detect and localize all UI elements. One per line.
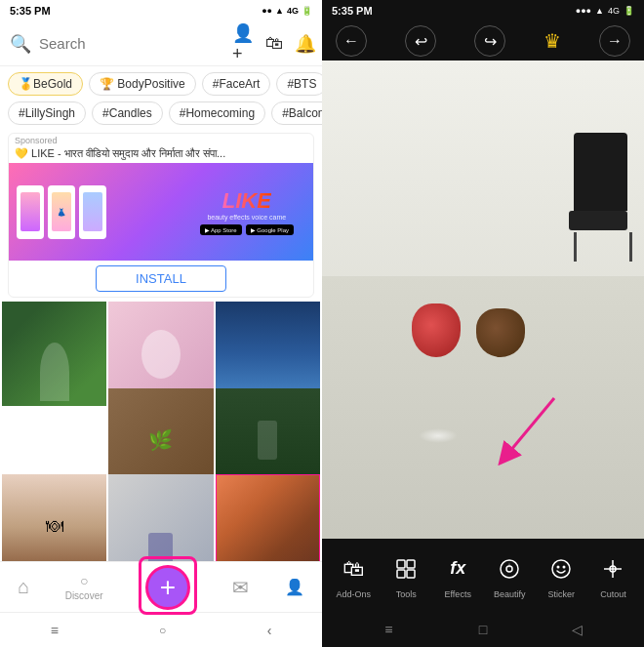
sticker-label: Sticker xyxy=(548,589,576,599)
add-user-icon[interactable]: 👤+ xyxy=(232,22,254,64)
hashtag-chip[interactable]: #FaceArt xyxy=(202,72,271,96)
effects-label: Effects xyxy=(445,589,471,599)
tools-icon xyxy=(389,552,423,586)
chair-back xyxy=(574,133,627,211)
tool-tools[interactable]: Tools xyxy=(389,552,423,599)
main-photo-area xyxy=(322,61,644,539)
chair-leg xyxy=(574,232,577,262)
beautify-icon xyxy=(493,552,526,586)
phone-mock xyxy=(79,185,106,239)
addons-icon: 🛍 xyxy=(337,552,370,586)
svg-rect-2 xyxy=(407,560,415,568)
svg-line-0 xyxy=(505,398,554,457)
back-btn[interactable]: ‹ xyxy=(267,623,272,638)
ad-image: 👗 LIKE beauty effects voice came ▶ App S… xyxy=(9,163,313,261)
right-system-nav: ≡ □ ◁ xyxy=(322,612,644,647)
cutout-icon xyxy=(596,552,629,586)
tool-addons[interactable]: 🛍 Add-Ons xyxy=(337,552,372,599)
office-chair xyxy=(569,133,637,260)
discover-label: Discover xyxy=(65,590,103,601)
add-button-area: + xyxy=(139,562,197,613)
hashtag-chip[interactable]: #Homecoming xyxy=(169,101,265,125)
svg-point-7 xyxy=(552,560,570,578)
svg-rect-4 xyxy=(407,570,415,578)
chair-leg xyxy=(629,232,632,262)
sticker-icon xyxy=(544,552,578,586)
nav-discover[interactable]: ○ Discover xyxy=(65,573,103,601)
search-actions: 👤+ 🛍 🔔 xyxy=(232,22,316,64)
tool-sticker[interactable]: Sticker xyxy=(544,552,578,599)
chair-legs xyxy=(569,232,637,262)
home-button[interactable]: □ xyxy=(472,619,494,640)
left-system-nav: ≡ ○ ‹ xyxy=(0,612,322,647)
right-panel: 5:35 PM ●●● ▲ 4G 🔋 ← ↩ ↪ ♛ → xyxy=(322,0,644,647)
right-status-time: 5:35 PM xyxy=(332,5,373,17)
tool-cutout[interactable]: Cutout xyxy=(596,552,629,599)
hashtag-chip[interactable]: #Candles xyxy=(92,101,163,125)
addons-label: Add-Ons xyxy=(337,589,372,599)
left-panel: 5:35 PM ●● ▲ 4G 🔋 🔍 👤+ 🛍 🔔 🥇BeGold 🏆 Bod… xyxy=(0,0,322,647)
home-btn[interactable]: ○ xyxy=(159,624,166,637)
hashtag-chip[interactable]: 🏆 BodyPositive xyxy=(89,72,196,96)
menu-button[interactable]: ≡ xyxy=(378,619,399,640)
ad-phones: 👗 xyxy=(17,185,106,239)
cutout-label: Cutout xyxy=(600,589,626,599)
hashtag-row-1: 🥇BeGold 🏆 BodyPositive #FaceArt #BTS #..… xyxy=(0,66,322,101)
photo-cell[interactable]: 🍽 xyxy=(2,474,106,561)
nav-messages[interactable]: ✉ xyxy=(232,576,249,599)
right-status-bar: 5:35 PM ●●● ▲ 4G 🔋 xyxy=(322,0,644,21)
undo-button[interactable]: ↩ xyxy=(405,25,436,57)
status-time: 5:35 PM xyxy=(10,5,51,17)
phone-mock: 👗 xyxy=(48,185,75,239)
tools-label: Tools xyxy=(396,589,417,599)
messages-icon: ✉ xyxy=(232,576,249,599)
photo-cell[interactable] xyxy=(108,474,213,561)
ad-banner: Sponsored 💛 LIKE - भारत वीडियो समुदाय और… xyxy=(8,133,314,298)
nav-home[interactable]: ⌂ xyxy=(18,576,29,598)
room-scene xyxy=(322,61,644,539)
floor-reflection xyxy=(419,428,458,443)
hashtag-chip[interactable]: #BTS xyxy=(276,72,322,96)
hashtag-row-2: #LillySingh #Candles #Homecoming #Balcon… xyxy=(0,101,322,131)
chair-seat xyxy=(569,211,627,230)
add-button[interactable]: + xyxy=(145,565,190,610)
nav-profile[interactable]: 👤 xyxy=(285,578,304,596)
install-button[interactable]: INSTALL xyxy=(96,265,226,292)
ad-label: Sponsored xyxy=(9,134,313,147)
notification-icon[interactable]: 🔔 xyxy=(295,33,316,55)
forward-arrow-button[interactable]: → xyxy=(599,25,630,57)
photo-cell[interactable] xyxy=(2,302,106,406)
search-input[interactable] xyxy=(39,35,224,52)
crown-icon: ♛ xyxy=(543,29,561,53)
arrow-pointer xyxy=(486,393,564,471)
right-top-nav: ← ↩ ↪ ♛ → xyxy=(322,21,644,61)
hashtag-chip[interactable]: #LillySingh xyxy=(8,101,86,125)
search-icon: 🔍 xyxy=(10,33,31,55)
search-bar: 🔍 👤+ 🛍 🔔 xyxy=(0,21,322,66)
phone-mock xyxy=(17,185,44,239)
bottom-nav: ⌂ ○ Discover + ✉ 👤 xyxy=(0,561,322,612)
profile-icon: 👤 xyxy=(285,578,304,596)
beautify-label: Beautify xyxy=(494,589,526,599)
beanbag-brown xyxy=(476,308,525,357)
right-status-icons: ●●● ▲ 4G 🔋 xyxy=(576,6,634,16)
discover-icon: ○ xyxy=(80,573,88,588)
tool-effects[interactable]: fx Effects xyxy=(441,552,474,599)
tool-beautify[interactable]: Beautify xyxy=(493,552,526,599)
effects-icon: fx xyxy=(441,552,474,586)
back-button[interactable]: ◁ xyxy=(567,619,588,640)
beanbag-red xyxy=(412,303,461,357)
hashtag-chip[interactable]: 🥇BeGold xyxy=(8,72,83,96)
redo-button[interactable]: ↪ xyxy=(474,25,505,57)
svg-point-9 xyxy=(563,565,566,568)
gift-icon[interactable]: 🛍 xyxy=(265,33,283,54)
photo-cell[interactable] xyxy=(216,474,320,561)
hashtag-chip[interactable]: #Balcony xyxy=(271,101,322,125)
svg-rect-1 xyxy=(397,560,405,568)
home-icon: ⌂ xyxy=(18,576,29,598)
svg-point-8 xyxy=(557,565,560,568)
photo-grid: 🌿 🍽 xyxy=(0,300,322,561)
ad-title: 💛 LIKE - भारत वीडियो समुदाय और निर्माता … xyxy=(9,147,313,163)
menu-btn[interactable]: ≡ xyxy=(51,623,59,638)
back-arrow-button[interactable]: ← xyxy=(336,25,367,57)
